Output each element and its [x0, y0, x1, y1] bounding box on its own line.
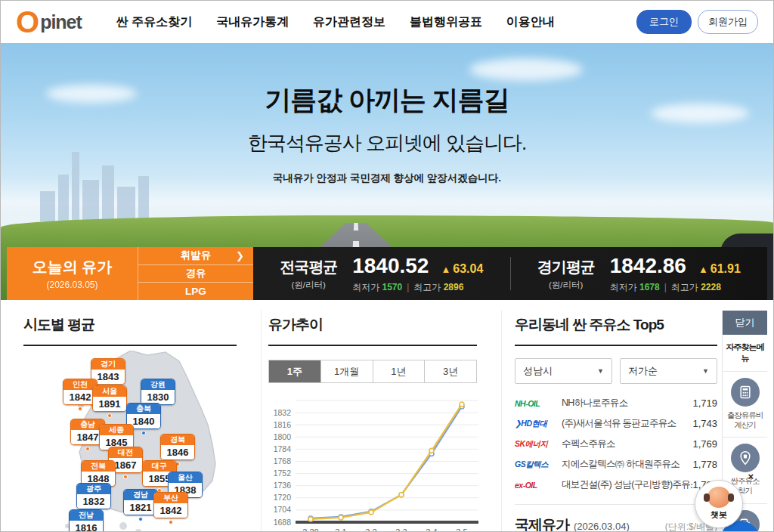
login-button[interactable]: 로그인 — [636, 10, 692, 34]
station-name: 수펙스주유소 — [562, 438, 692, 450]
gyeonggi-minmax: 최저가 1678|최고가 2228 — [610, 281, 741, 294]
svg-text:3.2: 3.2 — [365, 527, 376, 532]
national-average: 전국평균 (원/리터) 1840.52 ▲63.04 최저가 1570|최고가 … — [253, 254, 510, 294]
chevron-down-icon: ▼ — [597, 367, 604, 375]
national-price-change: ▲63.04 — [441, 262, 483, 276]
cheap-stations-section: 우리동네 싼 주유소 Top5 성남시 ▼ 저가순 ▼ NH-OILNH하나로주… — [515, 315, 717, 532]
national-max-price: 2896 — [444, 282, 464, 292]
trend-tab-3year[interactable]: 3년 — [425, 360, 476, 382]
svg-text:1800: 1800 — [274, 432, 292, 441]
fuel-tab-diesel[interactable]: 경유 — [138, 265, 253, 283]
nav-item-find-stations[interactable]: 싼 주유소찾기 — [116, 14, 192, 30]
svg-text:2.28: 2.28 — [302, 527, 318, 532]
opinet-homepage: Opinet 싼 주유소찾기 국내유가통계 유가관련정보 불법행위공표 이용안내… — [0, 0, 774, 532]
logo-text: pinet — [40, 11, 82, 33]
national-average-label: 전국평균 — [280, 257, 337, 277]
chatbot-character-icon — [707, 487, 730, 508]
banner-title: 기름값 아끼는 지름길 — [1, 82, 773, 118]
station-price: 1,769 — [692, 438, 717, 450]
svg-text:1688: 1688 — [274, 518, 292, 527]
regional-average-section: 시도별 평균 경기1843인천1842서울1891강원1830충북1840충남1… — [23, 315, 237, 532]
svg-text:3.4: 3.4 — [426, 527, 437, 532]
regional-average-title: 시도별 평균 — [23, 315, 237, 346]
station-price: 1,719 — [692, 397, 717, 409]
map-label-부산[interactable]: 부산1842 — [153, 492, 188, 518]
map-label-dot — [107, 413, 112, 418]
cheap-stations-title: 우리동네 싼 주유소 Top5 — [515, 315, 717, 346]
column-divider — [501, 311, 502, 532]
map-label-dot — [85, 447, 90, 451]
brand-logo-icon: NH-OIL — [515, 399, 562, 408]
station-price: 1,778 — [692, 459, 717, 470]
rail-close-button[interactable]: 닫기 — [723, 311, 767, 335]
banner-subtitle: 한국석유공사 오피넷에 있습니다. — [1, 130, 773, 156]
region-select[interactable]: 성남시 ▼ — [515, 358, 612, 384]
nav-item-guide[interactable]: 이용안내 — [506, 14, 555, 30]
signup-button[interactable]: 회원가입 — [698, 10, 758, 34]
fuel-tab-label: 휘발유 — [181, 249, 212, 262]
gyeonggi-average: 경기평균 (원/리터) 1842.86 ▲61.91 최저가 1678|최고가 … — [511, 254, 768, 294]
price-unit: (원/리터) — [537, 280, 595, 291]
map-label-dot — [141, 431, 146, 435]
station-name: 대보건설(주) 성남(구리방향)주유소 — [562, 478, 692, 491]
quick-menu-title: 자주찾는메뉴 — [723, 335, 767, 372]
station-row[interactable]: ex-OIL대보건설(주) 성남(구리방향)주유소1,783 — [515, 475, 717, 495]
station-row[interactable]: SK에너지수펙스주유소1,769 — [515, 434, 717, 454]
trend-tab-1week[interactable]: 1주 — [269, 360, 321, 382]
opinet-logo[interactable]: Opinet — [16, 7, 82, 37]
map-label-강원[interactable]: 강원1830 — [141, 379, 175, 405]
svg-text:1816: 1816 — [274, 420, 292, 429]
svg-text:3.1: 3.1 — [335, 527, 346, 532]
map-label-전남[interactable]: 전남1816 — [69, 509, 104, 532]
auth-buttons: 로그인 회원가입 — [636, 10, 758, 34]
trend-period-tabs: 1주 1개월 1년 3년 — [268, 360, 477, 383]
today-price-title: 오늘의 유가 — [33, 257, 113, 277]
station-row[interactable]: GS칼텍스지에스칼텍스㈜ 하대원주유소1,778 — [515, 454, 717, 475]
brand-logo-icon: SK에너지 — [515, 439, 562, 450]
price-trend-section: 유가추이 1주 1개월 1년 3년 1688170417201736175217… — [268, 315, 477, 532]
station-name: NH하나로주유소 — [562, 397, 692, 410]
calculator-icon — [731, 378, 760, 407]
station-pin-icon — [731, 444, 760, 472]
today-price-bar: 오늘의 유가 (2026.03.05) 휘발유 ❯ 경유 LPG 전국평균 — [7, 247, 767, 300]
cloud-shape — [469, 58, 583, 81]
station-name: 지에스칼텍스㈜ 하대원주유소 — [562, 458, 692, 471]
station-price: 1,743 — [692, 418, 717, 429]
chatbot-button[interactable]: 챗봇 — [695, 480, 743, 528]
fuel-tab-gasoline[interactable]: 휘발유 ❯ — [138, 247, 253, 265]
brand-logo-icon: ex-OIL — [515, 481, 562, 490]
nav-item-domestic-stats[interactable]: 국내유가통계 — [216, 14, 289, 30]
column-divider — [261, 311, 262, 532]
fuel-tab-lpg[interactable]: LPG — [138, 283, 253, 300]
map-label-서울[interactable]: 서울1891 — [92, 385, 127, 412]
today-price-date: (2026.03.05) — [46, 280, 98, 290]
sort-select-value: 저가순 — [628, 364, 658, 378]
chatbot-close-icon[interactable]: × — [748, 471, 754, 482]
korea-map: 경기1843인천1842서울1891강원1830충북1840충남1847세종18… — [17, 351, 252, 532]
gyeonggi-average-label: 경기평균 — [537, 257, 595, 277]
map-label-경북[interactable]: 경북1846 — [160, 434, 195, 460]
station-row[interactable]: NH-OILNH하나로주유소1,719 — [515, 393, 717, 413]
trend-chart: 1688170417201736175217681784180018161832… — [268, 391, 477, 532]
national-min-price: 1570 — [382, 282, 403, 292]
nav-item-illegal-report[interactable]: 불법행위공표 — [410, 14, 482, 30]
banner-tagline: 국내유가 안정과 국민경제 향상에 앞장서겠습니다. — [1, 172, 773, 185]
trend-tab-1month[interactable]: 1개월 — [321, 360, 373, 382]
average-price-panel: 전국평균 (원/리터) 1840.52 ▲63.04 최저가 1570|최고가 … — [253, 247, 767, 300]
main-content: 시도별 평균 경기1843인천1842서울1891강원1830충북1840충남1… — [1, 300, 773, 532]
nav-item-price-info[interactable]: 유가관련정보 — [313, 14, 385, 30]
station-row[interactable]: ❯HD현대(주)새서울석유 동판교주유소1,743 — [515, 413, 717, 434]
international-price-section: 국제유가 (2026.03.04) (단위:$/배럴) — [515, 504, 717, 532]
brand-logo-icon: GS칼텍스 — [515, 459, 562, 470]
svg-text:1768: 1768 — [274, 456, 292, 466]
trend-tab-1year[interactable]: 1년 — [373, 360, 426, 382]
gyeonggi-price-change: ▲61.91 — [698, 262, 741, 276]
map-label-dot — [169, 520, 173, 524]
price-unit: (원/리터) — [280, 280, 337, 291]
svg-text:1832: 1832 — [274, 408, 292, 417]
map-label-광주[interactable]: 광주1832 — [76, 483, 111, 509]
station-name: (주)새서울석유 동판교주유소 — [562, 417, 692, 430]
rail-item-fuel-cost-calculator[interactable]: 출장유류비계산기 — [723, 372, 767, 438]
national-minmax: 최저가 1570|최고가 2896 — [352, 281, 483, 294]
sort-select[interactable]: 저가순 ▼ — [620, 358, 717, 384]
